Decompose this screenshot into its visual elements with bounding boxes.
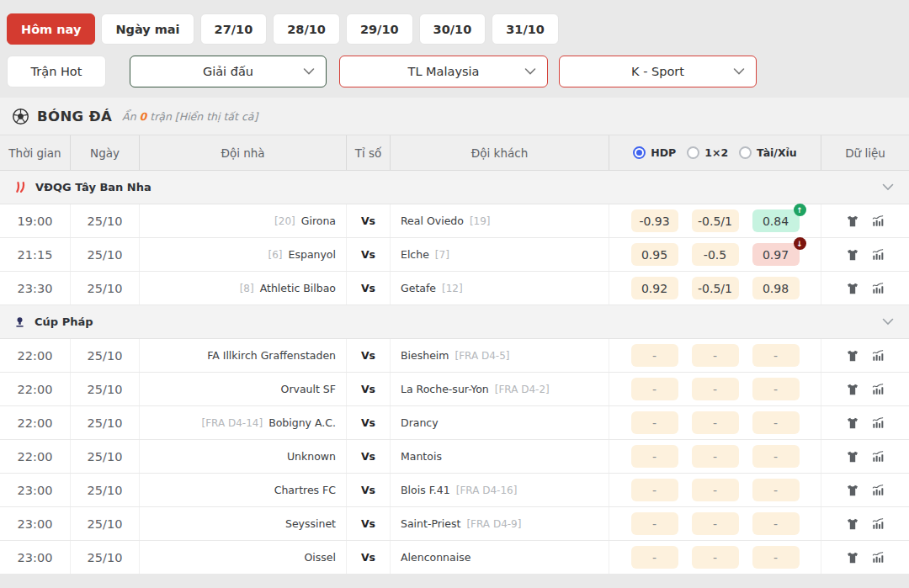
stats-icon[interactable] xyxy=(870,517,885,531)
stats-icon[interactable] xyxy=(870,215,885,228)
odds-cells: 0.92-0.5/10.98 xyxy=(609,272,821,305)
odds-value: -0.93 xyxy=(639,215,669,228)
col-header-away: Đội khách xyxy=(391,135,609,170)
stats-icon[interactable] xyxy=(870,282,885,295)
hidden-matches-note[interactable]: Ẩn 0 trận [Hiển thị tất cả] xyxy=(122,110,258,123)
odds-cell[interactable]: - xyxy=(752,512,800,535)
odds-cell[interactable]: 0.95 xyxy=(631,243,678,266)
match-data-actions xyxy=(821,507,909,540)
stats-icon[interactable] xyxy=(870,416,885,430)
jersey-icon[interactable] xyxy=(846,551,859,564)
odds-cell[interactable]: 0.98 xyxy=(752,277,800,299)
matches-table: Thời gian Ngày Đội nhà Tỉ số Đội khách H… xyxy=(0,135,909,575)
match-data-actions xyxy=(821,541,909,574)
odds-cell[interactable]: -0.5/1 xyxy=(692,209,739,232)
odds-cell[interactable]: - xyxy=(692,479,739,501)
match-date: 25/10 xyxy=(71,339,140,372)
match-data-actions xyxy=(821,339,909,372)
odds-cell[interactable]: - xyxy=(631,378,678,400)
league-name: VĐQG Tây Ban Nha xyxy=(35,181,152,193)
odds-cell[interactable]: - xyxy=(752,378,800,400)
filter-bar: Trận Hot Giải đấu TL Malaysia K - Sport xyxy=(7,56,909,87)
jersey-icon[interactable] xyxy=(846,416,859,430)
league-dropdown[interactable]: Giải đấu xyxy=(130,56,327,87)
odds-cell[interactable]: - xyxy=(752,445,800,468)
odds-cell[interactable]: - xyxy=(631,479,678,501)
date-tab[interactable]: 30/10 xyxy=(419,13,486,45)
date-tab[interactable]: 28/10 xyxy=(273,13,340,45)
bookmaker-dropdown[interactable]: K - Sport xyxy=(559,56,757,87)
away-team: La Roche-sur-Yon[FRA D4-2] xyxy=(391,373,609,405)
odds-format-dropdown[interactable]: TL Malaysia xyxy=(339,56,548,87)
jersey-icon[interactable] xyxy=(846,215,859,228)
away-name: Mantois xyxy=(401,450,442,463)
odds-value: - xyxy=(773,450,778,464)
home-team: [8]Athletic Bilbao xyxy=(140,272,347,305)
col-header-home: Đội nhà xyxy=(140,135,347,170)
bet-type-option[interactable]: 1×2 xyxy=(687,146,728,159)
home-rank: [6] xyxy=(268,249,283,261)
radio-icon[interactable] xyxy=(633,146,646,159)
odds-cell[interactable]: -0.5 xyxy=(692,243,739,266)
odds-cell[interactable]: - xyxy=(631,512,678,535)
bet-type-option[interactable]: Tài/Xỉu xyxy=(739,146,797,159)
radio-icon[interactable] xyxy=(739,146,752,159)
jersey-icon[interactable] xyxy=(846,349,859,363)
jersey-icon[interactable] xyxy=(846,248,859,262)
stats-icon[interactable] xyxy=(870,484,885,497)
jersey-icon[interactable] xyxy=(846,282,859,295)
jersey-icon[interactable] xyxy=(846,450,859,464)
odds-cell[interactable]: - xyxy=(752,546,800,569)
odds-cell[interactable]: - xyxy=(631,411,678,434)
odds-value: - xyxy=(773,349,778,363)
odds-cell[interactable]: - xyxy=(631,546,678,569)
away-name: Drancy xyxy=(401,416,439,429)
odds-cell[interactable]: 0.92 xyxy=(631,277,678,299)
odds-cell[interactable]: - xyxy=(692,445,739,468)
stats-icon[interactable] xyxy=(870,248,885,262)
away-name: Alenconnaise xyxy=(401,551,470,564)
stats-icon[interactable] xyxy=(870,551,885,564)
stats-icon[interactable] xyxy=(870,349,885,363)
jersey-icon[interactable] xyxy=(846,383,859,396)
stats-icon[interactable] xyxy=(870,383,885,396)
odds-cell[interactable]: - xyxy=(692,546,739,569)
stats-icon[interactable] xyxy=(870,450,885,464)
date-tab[interactable]: 31/10 xyxy=(492,13,559,45)
home-team: Seyssinet xyxy=(140,507,347,540)
odds-cell[interactable]: - xyxy=(752,479,800,501)
odds-cell[interactable]: 0.84↑ xyxy=(752,209,800,232)
odds-value: - xyxy=(713,349,717,363)
radio-icon[interactable] xyxy=(687,146,699,159)
date-tab[interactable]: 27/10 xyxy=(200,13,268,45)
match-time: 23:00 xyxy=(0,474,71,506)
odds-cell[interactable]: - xyxy=(631,344,678,367)
vs-label: Vs xyxy=(347,406,391,439)
chevron-down-icon[interactable] xyxy=(882,183,894,191)
chevron-down-icon[interactable] xyxy=(882,318,894,326)
odds-cell[interactable]: - xyxy=(752,344,800,367)
jersey-icon[interactable] xyxy=(846,484,859,497)
odds-cell[interactable]: - xyxy=(692,411,739,434)
odds-cell[interactable]: -0.5/1 xyxy=(692,277,739,299)
odds-cell[interactable]: - xyxy=(631,445,678,468)
odds-cell[interactable]: 0.97↓ xyxy=(752,243,800,266)
away-team: Alenconnaise xyxy=(391,541,609,574)
odds-cell[interactable]: - xyxy=(692,378,739,400)
odds-cell[interactable]: - xyxy=(692,344,739,367)
match-row: 22:0025/10Orvault SFVsLa Roche-sur-Yon[F… xyxy=(0,373,909,406)
league-section-header[interactable]: VĐQG Tây Ban Nha xyxy=(0,171,909,204)
date-tab[interactable]: Hôm nay xyxy=(7,13,95,45)
league-section-header[interactable]: Cúp Pháp xyxy=(0,305,909,339)
odds-cell[interactable]: - xyxy=(692,512,739,535)
home-team: [FRA D4-14]Bobigny A.C. xyxy=(140,406,347,439)
odds-cell[interactable]: - xyxy=(752,411,800,434)
hot-matches-button[interactable]: Trận Hot xyxy=(7,56,106,87)
odds-cell[interactable]: -0.93 xyxy=(631,209,678,232)
jersey-icon[interactable] xyxy=(846,517,859,531)
bet-type-option[interactable]: HDP xyxy=(633,146,676,159)
date-tab[interactable]: Ngày mai xyxy=(101,13,194,45)
vs-label: Vs xyxy=(347,272,391,305)
date-tab[interactable]: 29/10 xyxy=(346,13,413,45)
odds-down-badge-icon: ↓ xyxy=(794,237,806,250)
